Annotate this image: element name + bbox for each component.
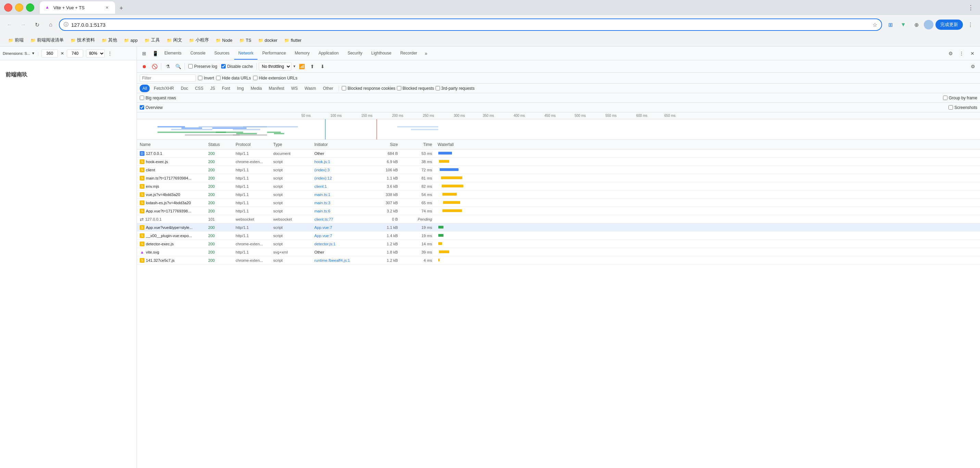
bookmark-flutter[interactable]: 📁 flutter [282,37,304,44]
group-by-frame-checkbox[interactable]: Group by frame [943,96,977,101]
invert-input[interactable] [198,76,202,80]
tab-security[interactable]: Security [344,47,366,60]
screenshots-input[interactable] [948,105,953,110]
type-filter-ws[interactable]: WS [288,85,300,92]
more-tabs-icon[interactable]: » [423,50,429,58]
tab-elements[interactable]: Elements [160,47,186,60]
browser-tab-active[interactable]: ▲ Vite + Vue + TS ✕ [40,2,115,14]
dropdown-icon[interactable]: ▼ [32,51,35,55]
type-filter-css[interactable]: CSS [192,85,206,92]
big-request-rows-input[interactable] [140,96,144,100]
table-row[interactable]: S vue.js?v=4bdd3a20 200 http/1.1 script … [137,190,980,199]
bookmark-miniprogram[interactable]: 📁 小程序 [186,36,212,45]
table-row[interactable]: S main.ts?t=17177693984... 200 http/1.1 … [137,174,980,182]
tab-recorder[interactable]: Recorder [396,47,421,60]
header-name[interactable]: Name [137,142,205,147]
hide-data-urls-checkbox[interactable]: Hide data URLs [216,76,251,80]
initiator-link-1[interactable]: hook.js:1 [314,160,330,164]
forward-button[interactable]: → [18,19,29,30]
type-filter-js[interactable]: JS [207,85,218,92]
third-party-input[interactable] [436,86,440,91]
reload-button[interactable]: ↻ [32,19,43,30]
address-bar[interactable]: ⓘ 127.0.0.1:5173 ☆ [59,19,882,31]
bookmark-star-icon[interactable]: ☆ [872,22,877,28]
new-tab-button[interactable]: + [116,3,127,14]
blocked-requests-checkbox[interactable]: Blocked requests [397,86,434,91]
table-row[interactable]: ⇄ 127.0.0.1 101 websocket websocket clie… [137,215,980,224]
overview-checkbox[interactable]: Overview [140,105,163,110]
cast-icon[interactable]: ⊞ [885,19,896,30]
update-button[interactable]: 完成更新 [935,19,963,30]
initiator-link-7[interactable]: main.ts:6 [314,209,331,213]
bookmark-app[interactable]: 📁 app [121,37,140,44]
invert-checkbox[interactable]: Invert [198,76,214,80]
tab-close-icon[interactable]: ✕ [104,5,110,10]
bookmark-tools[interactable]: 📁 工具 [142,36,163,45]
dimensions-selector[interactable]: Dimensions: S... ▼ [3,51,35,56]
header-initiator[interactable]: Initiator [312,142,366,147]
tab-console[interactable]: Console [186,47,210,60]
hide-extension-urls-input[interactable] [253,76,258,80]
initiator-link-5[interactable]: main.ts:1 [314,193,331,196]
back-button[interactable]: ← [4,19,15,30]
table-row[interactable]: S App.vue?t=1717769398... 200 http/1.1 s… [137,207,980,215]
bookmark-docker[interactable]: 📁 docker [255,37,280,44]
preserve-log-checkbox[interactable]: Preserve log [187,64,218,69]
filter-input[interactable] [140,74,196,82]
disable-cache-input[interactable] [221,64,226,69]
header-size[interactable]: Size [366,142,401,147]
tab-memory[interactable]: Memory [291,47,313,60]
height-input[interactable] [67,50,83,58]
initiator-link-8[interactable]: client.ts:77 [314,217,333,221]
clear-button[interactable]: 🚫 [150,62,159,71]
throttle-select[interactable]: No throttling [259,62,291,70]
network-settings-icon[interactable]: ⚙ [968,62,977,71]
disable-cache-checkbox[interactable]: Disable cache [220,64,254,69]
initiator-link-9[interactable]: App.vue:7 [314,225,332,230]
devtools-dock-icon[interactable]: ⊞ [140,49,149,58]
table-row[interactable]: S hook-exec.js 200 chrome-exten... scrip… [137,158,980,166]
zoom-select[interactable]: 80% [86,50,105,58]
bookmark-tech[interactable]: 📁 技术资料 [68,36,98,45]
home-button[interactable]: ⌂ [45,19,56,30]
type-filter-doc[interactable]: Doc [178,85,191,92]
type-filter-media[interactable]: Media [248,85,265,92]
initiator-link-4[interactable]: client:1 [314,184,327,188]
close-button[interactable] [4,3,12,12]
screenshots-checkbox[interactable]: Screenshots [948,105,977,110]
table-row[interactable]: ▲ vite.svg 200 http/1.1 svg+xml Other 1.… [137,248,980,256]
header-type[interactable]: Type [270,142,312,147]
overview-input[interactable] [140,105,144,110]
hide-extension-urls-checkbox[interactable]: Hide extension URLs [253,76,298,80]
window-more-icon[interactable]: ⋮ [966,4,976,11]
initiator-link-10[interactable]: App.vue:7 [314,234,332,238]
header-waterfall[interactable]: Waterfall [435,142,980,147]
vue-devtools-icon[interactable]: ▼ [898,19,909,30]
record-button[interactable]: ⏺ [140,62,149,71]
group-by-frame-input[interactable] [943,96,947,100]
table-row[interactable]: S __x00__plugin-vue:expo... 200 http/1.1… [137,232,980,240]
type-filter-all[interactable]: All [140,85,150,92]
table-row[interactable]: S 141.327ce5c7.js 200 chrome-exten... sc… [137,256,980,265]
initiator-link-3[interactable]: (index):12 [314,176,332,180]
tab-sources[interactable]: Sources [210,47,234,60]
type-filter-fetch-xhr[interactable]: Fetch/XHR [151,85,177,92]
table-row[interactable]: S env.mjs 200 http/1.1 script client:1 3… [137,182,980,190]
tab-application[interactable]: Application [314,47,343,60]
wifi-icon[interactable]: 📶 [298,62,307,71]
blocked-response-cookies-checkbox[interactable]: Blocked response cookies [342,86,395,91]
upload-icon[interactable]: ⬆ [308,62,317,71]
initiator-link-2[interactable]: (index):3 [314,168,330,172]
bookmark-ts[interactable]: 📁 TS [237,37,254,44]
table-row[interactable]: S lodash-es.js?v=4bdd3a20 200 http/1.1 s… [137,199,980,207]
width-input[interactable] [41,50,58,58]
bookmark-qianduan[interactable]: 📁 前端 [5,36,26,45]
initiator-link-13[interactable]: runtime.fbeeaff4.js:1 [314,258,350,262]
initiator-link-6[interactable]: main.ts:3 [314,201,331,205]
preserve-log-input[interactable] [188,64,193,69]
header-protocol[interactable]: Protocol [233,142,270,147]
header-time[interactable]: Time [401,142,435,147]
minimize-button[interactable] [15,3,23,12]
table-row[interactable]: D 127.0.0.1 200 http/1.1 document Other … [137,149,980,158]
search-icon[interactable]: 🔍 [173,62,183,71]
